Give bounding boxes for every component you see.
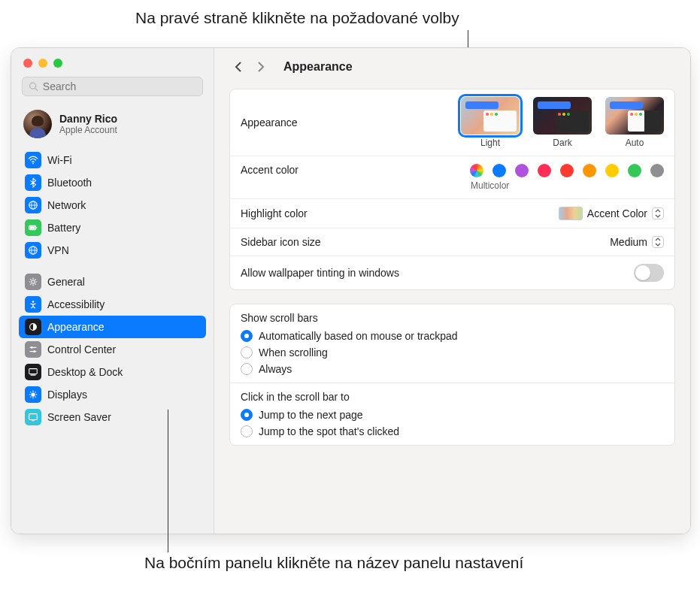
row-accent-color: Accent color Mul — [230, 156, 674, 199]
scroll-click-radio-group: Jump to the next page Jump to the spot t… — [241, 409, 399, 437]
appearance-option-label: Auto — [626, 138, 644, 148]
svg-rect-23 — [32, 420, 35, 421]
sidebar-icon-size-select[interactable]: Medium — [610, 236, 664, 248]
sliders-icon — [25, 341, 41, 358]
accent-blue[interactable] — [492, 164, 506, 177]
accent-yellow[interactable] — [605, 164, 619, 177]
radio-label: When scrolling — [259, 346, 328, 358]
wifi-icon — [25, 152, 41, 168]
accent-pink[interactable] — [538, 164, 551, 177]
radio-label: Jump to the next page — [259, 409, 363, 421]
sidebar-item-screensaver[interactable]: Screen Saver — [19, 406, 206, 428]
search-box[interactable] — [22, 77, 203, 96]
account-row[interactable]: Danny Rico Apple Account — [11, 102, 214, 149]
svg-rect-22 — [29, 414, 38, 420]
appearance-icon — [25, 319, 41, 335]
sidebar-item-network[interactable]: Network — [19, 194, 206, 216]
svg-rect-7 — [36, 227, 37, 228]
forward-button[interactable] — [252, 59, 270, 75]
account-name: Danny Rico — [59, 113, 117, 125]
sidebar-item-battery[interactable]: Battery — [19, 216, 206, 239]
back-button[interactable] — [229, 59, 247, 75]
svg-point-2 — [32, 163, 34, 165]
sidebar-item-displays[interactable]: Displays — [19, 383, 206, 406]
light-thumbnail — [461, 97, 520, 135]
radio-icon — [241, 363, 253, 375]
callout-line-bottom — [168, 410, 168, 552]
scroll-click-option-spot[interactable]: Jump to the spot that's clicked — [241, 425, 399, 437]
panel-appearance: Appearance Light Dark Auto — [229, 89, 675, 290]
sidebar-item-general[interactable]: General — [19, 271, 206, 293]
appearance-option-light[interactable]: Light — [461, 97, 520, 148]
row-appearance: Appearance Light Dark Auto — [230, 89, 674, 156]
appearance-option-dark[interactable]: Dark — [533, 97, 592, 148]
radio-label: Automatically based on mouse or trackpad — [259, 330, 458, 342]
search-input[interactable] — [43, 80, 196, 92]
radio-icon — [241, 346, 253, 358]
sidebar-item-appearance[interactable]: Appearance — [19, 316, 206, 338]
scroll-click-option-page[interactable]: Jump to the next page — [241, 409, 399, 421]
dark-thumbnail — [533, 97, 592, 135]
accent-multicolor[interactable] — [470, 164, 483, 177]
sidebar-item-wifi[interactable]: Wi-Fi — [19, 149, 206, 171]
close-button[interactable] — [23, 59, 32, 68]
sidebar-item-label: VPN — [47, 244, 69, 256]
highlight-label: Highlight color — [241, 207, 308, 219]
scroll-bars-label: Show scroll bars — [241, 312, 318, 324]
sidebar-item-label: Control Center — [47, 343, 116, 355]
accent-red[interactable] — [560, 164, 574, 177]
sidebar-item-bluetooth[interactable]: Bluetooth — [19, 171, 206, 194]
highlight-select[interactable]: Accent Color — [559, 207, 664, 220]
minimize-button[interactable] — [38, 59, 47, 68]
sidebar-item-controlcenter[interactable]: Control Center — [19, 338, 206, 361]
scroll-bars-option-scrolling[interactable]: When scrolling — [241, 346, 458, 358]
scroll-bars-option-always[interactable]: Always — [241, 363, 458, 375]
sidebar-icon-size-value: Medium — [610, 236, 647, 248]
sidebar-list: Wi-Fi Bluetooth Network Battery VPN — [11, 149, 214, 534]
scroll-bars-option-auto[interactable]: Automatically based on mouse or trackpad — [241, 330, 458, 342]
radio-label: Always — [259, 363, 292, 375]
accent-orange[interactable] — [583, 164, 596, 177]
network-icon — [25, 197, 41, 213]
sidebar-item-dock[interactable]: Desktop & Dock — [19, 361, 206, 383]
sidebar-item-label: Accessibility — [47, 298, 105, 310]
accent-purple[interactable] — [515, 164, 529, 177]
highlight-value: Accent Color — [587, 207, 647, 219]
page-title: Appearance — [283, 60, 353, 74]
appearance-option-auto[interactable]: Auto — [605, 97, 664, 148]
row-scroll-bars: Show scroll bars Automatically based on … — [230, 304, 674, 383]
bluetooth-icon — [25, 174, 41, 191]
auto-thumbnail — [605, 97, 664, 135]
sidebar-item-label: Displays — [47, 389, 87, 401]
sidebar-item-label: Desktop & Dock — [47, 366, 123, 378]
callout-bottom: Na bočním panelu klikněte na název panel… — [144, 552, 523, 573]
screensaver-icon — [25, 409, 41, 425]
zoom-button[interactable] — [53, 59, 62, 68]
chevron-updown-icon — [652, 207, 664, 219]
wallpaper-tint-toggle[interactable] — [634, 264, 664, 282]
sidebar-item-label: Network — [47, 199, 86, 211]
svg-point-18 — [33, 350, 35, 352]
radio-icon — [241, 409, 253, 421]
accent-label: Accent color — [241, 164, 298, 176]
radio-icon — [241, 425, 253, 437]
sidebar-item-accessibility[interactable]: Accessibility — [19, 293, 206, 316]
accent-gray[interactable] — [650, 164, 664, 177]
sidebar-group-connectivity: Wi-Fi Bluetooth Network Battery VPN — [19, 149, 206, 262]
gear-icon — [25, 274, 41, 290]
accent-green[interactable] — [628, 164, 641, 177]
accent-colors: Multicolor — [470, 164, 664, 191]
wallpaper-tint-label: Allow wallpaper tinting in windows — [241, 267, 399, 279]
sidebar-item-label: Screen Saver — [47, 411, 111, 423]
appearance-options: Light Dark Auto — [461, 97, 664, 148]
content: Appearance Light Dark Auto — [214, 86, 690, 534]
sidebar-item-label: Appearance — [47, 321, 105, 333]
appearance-option-label: Light — [480, 138, 500, 148]
sidebar-item-label: Bluetooth — [47, 177, 92, 189]
appearance-label: Appearance — [241, 116, 298, 129]
sidebar-item-vpn[interactable]: VPN — [19, 239, 206, 262]
svg-rect-8 — [30, 226, 35, 229]
svg-rect-20 — [31, 375, 36, 376]
window-controls — [11, 48, 214, 77]
battery-icon — [25, 219, 41, 236]
